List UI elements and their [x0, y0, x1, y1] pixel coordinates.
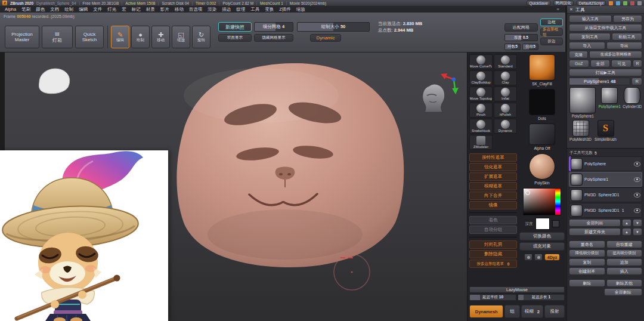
- hide-mesh-button[interactable]: 隐藏网格显示: [254, 34, 293, 42]
- lightbox-button[interactable]: ▤ 灯箱: [42, 26, 73, 48]
- menu-item[interactable]: 编辑: [79, 7, 88, 13]
- subtool-down-button[interactable]: ▼: [633, 219, 642, 227]
- subtool-up-button[interactable]: ▲: [622, 219, 631, 227]
- brush-item[interactable]: Move CurveTube: [469, 54, 493, 69]
- brush-item[interactable]: ZModeler: [469, 135, 493, 150]
- plugin-button[interactable]: 民间汉化: [553, 1, 574, 5]
- titlebar-icon-5[interactable]: [637, 1, 642, 5]
- grow-mask-button[interactable]: 扩展遮罩: [469, 172, 517, 181]
- visibility-eye-icon[interactable]: [634, 193, 640, 197]
- visibility-eye-icon[interactable]: [634, 208, 640, 213]
- higher-subdiv-button[interactable]: 提高细分级别: [606, 249, 643, 257]
- color-picker[interactable]: [523, 188, 561, 215]
- hue-strip[interactable]: [555, 189, 561, 215]
- new-folder-button[interactable]: 新建文件夹: [569, 228, 621, 236]
- close-icon[interactable]: ✕: [569, 7, 573, 12]
- tool-thumbnail-polymesh[interactable]: [572, 120, 589, 137]
- brush-item[interactable]: Standard: [494, 54, 517, 69]
- tool-thumbnail-cylinder[interactable]: [624, 87, 640, 104]
- brush-item[interactable]: ClayBuildup: [469, 70, 493, 85]
- border-toggle[interactable]: 边框: [540, 18, 563, 26]
- subdiv-slider[interactable]: 细分网格 4: [254, 22, 293, 32]
- lazy-radius-slider[interactable]: 延迟半径 10: [469, 294, 516, 301]
- merge-down-button[interactable]: 向下合并: [469, 192, 517, 200]
- goz-r-button[interactable]: R: [633, 60, 642, 67]
- view-bust-icon[interactable]: [423, 84, 445, 112]
- menu-item[interactable]: Z插件: [279, 7, 291, 13]
- copy-tool-button[interactable]: 复制工具: [569, 33, 611, 41]
- quick-sketch-button[interactable]: Quick Sketch: [75, 26, 104, 48]
- menu-item[interactable]: 材质: [146, 7, 155, 13]
- draw-size-slider[interactable]: 绘制大小 50: [297, 22, 370, 32]
- match-mesh-button[interactable]: 匹配网格: [504, 23, 538, 32]
- menu-item[interactable]: 标记: [132, 7, 141, 13]
- sharpen-mask-button[interactable]: 锐化遮罩: [469, 163, 517, 171]
- menu-more-icon[interactable]: ≡: [557, 7, 561, 12]
- import-button[interactable]: 导入: [569, 42, 605, 50]
- menu-item[interactable]: 变换: [265, 7, 274, 13]
- menu-item[interactable]: 缩放: [296, 7, 305, 13]
- lazymouse-header[interactable]: LazyMouse: [469, 286, 565, 293]
- mirror-button[interactable]: 镜像: [469, 201, 517, 209]
- dynamesh-blur-slider[interactable]: 模糊 2: [521, 305, 543, 318]
- titlebar-icon-3[interactable]: [623, 1, 627, 5]
- crease-toggle[interactable]: 折边: [540, 38, 563, 45]
- mini-icon-button-2[interactable]: [534, 254, 543, 261]
- titlebar-icon-2[interactable]: [616, 1, 620, 5]
- close-holes-button[interactable]: 封闭孔洞: [469, 240, 517, 249]
- segments-slider[interactable]: 分段5: [522, 44, 538, 50]
- menu-item[interactable]: 绘制: [64, 7, 73, 13]
- current-brush-preview[interactable]: [529, 54, 555, 81]
- auto-rebuild-button[interactable]: 自动重建: [606, 240, 643, 248]
- menu-item[interactable]: 颜色: [36, 7, 45, 13]
- dynamesh-button[interactable]: Dynamesh: [469, 305, 503, 318]
- quicksave-button[interactable]: QuickSave: [527, 1, 550, 5]
- menu-item[interactable]: 宏: [122, 7, 126, 13]
- visibility-eye-icon[interactable]: [634, 162, 640, 166]
- visibility-eye-icon[interactable]: [634, 177, 640, 182]
- menu-item[interactable]: 纹理: [236, 7, 245, 13]
- folder-down-button[interactable]: ▼: [633, 228, 642, 236]
- subtool-row[interactable]: PolySphere: [569, 156, 642, 171]
- menu-item[interactable]: 文件: [93, 7, 102, 13]
- active-tool-slider[interactable]: PolySphere1 48: [569, 78, 630, 85]
- double-sided-button[interactable]: 双面显示: [218, 34, 252, 42]
- stroke-picker[interactable]: [529, 89, 555, 115]
- tool-r-button[interactable]: R: [631, 78, 642, 85]
- menu-item[interactable]: 首选项: [189, 7, 203, 13]
- lightbox-tool-button[interactable]: 灯箱▶工具: [569, 69, 642, 76]
- list-all-button[interactable]: 全部列出: [569, 219, 621, 227]
- delete-all-button[interactable]: 全部删除: [604, 288, 643, 296]
- saturation-square[interactable]: [524, 189, 555, 215]
- save-as-button[interactable]: 另存为: [613, 15, 642, 23]
- titlebar-icon-4[interactable]: [630, 1, 634, 5]
- blur-mask-button[interactable]: 模糊遮罩: [469, 182, 517, 190]
- current-color-swatch[interactable]: [535, 218, 550, 230]
- brush-item[interactable]: Dynamic: [494, 119, 517, 134]
- autogroup-button[interactable]: 自动分组: [469, 226, 517, 234]
- 4dyz-button[interactable]: 4Dyz: [544, 254, 560, 261]
- subtool-row[interactable]: PM3D_Sphere3D1: [569, 187, 642, 202]
- move-mode-button[interactable]: ✚ 移动: [151, 26, 170, 48]
- menu-item[interactable]: 笔刷: [21, 7, 30, 13]
- fill-object-button[interactable]: 填充对象: [519, 242, 565, 251]
- tool-thumbnail-active[interactable]: [569, 87, 596, 113]
- export-button[interactable]: 导出: [606, 42, 643, 50]
- menu-item[interactable]: 文档: [50, 7, 59, 13]
- subtool-row[interactable]: PM3D_Sphere3D1_1: [569, 203, 642, 218]
- scale-mode-button[interactable]: ◱ 缩放: [172, 26, 190, 48]
- draw-mode-button[interactable]: ● 绘制: [131, 26, 150, 48]
- dynamesh-project-button[interactable]: 投射: [544, 305, 565, 318]
- snapshot-button[interactable]: 新建快照: [218, 22, 252, 32]
- goz-visible-button[interactable]: 可见: [611, 60, 631, 67]
- material-picker[interactable]: [529, 153, 555, 180]
- create-copy-button[interactable]: 创建副本: [569, 267, 605, 275]
- insert-button[interactable]: 插入: [606, 267, 643, 275]
- rotate-mode-button[interactable]: ↻ 旋转: [192, 26, 210, 48]
- menu-item[interactable]: 渲染: [208, 7, 216, 13]
- tool-thumbnail-simplebrush[interactable]: S: [597, 120, 614, 137]
- duplicate-button[interactable]: 复制: [569, 258, 605, 266]
- goz-all-button[interactable]: 全部: [590, 60, 611, 67]
- rename-button[interactable]: 重命名: [569, 240, 605, 248]
- folder-up-button[interactable]: ▲: [622, 228, 631, 236]
